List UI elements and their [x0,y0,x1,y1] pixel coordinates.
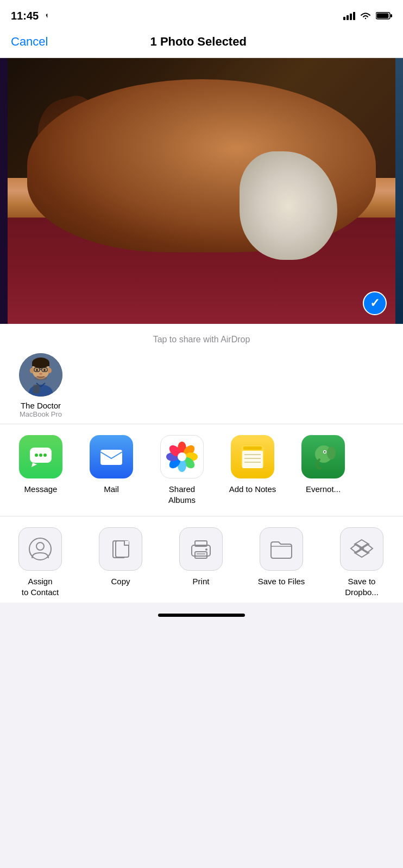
photos-icon [160,435,204,478]
svg-rect-37 [243,446,262,450]
time-display: 11:45 [11,10,39,22]
svg-point-19 [34,376,47,380]
evernote-icon [301,435,345,478]
save-files-icon [260,527,303,571]
share-message[interactable]: Message [5,435,76,505]
dog-photo [8,58,395,324]
action-save-files[interactable]: Save to Files [241,527,322,597]
svg-rect-21 [33,385,40,393]
notes-icon-svg [238,442,267,471]
svg-rect-5 [377,14,389,18]
svg-point-24 [39,454,42,457]
svg-point-43 [327,446,336,459]
nav-bar: Cancel 1 Photo Selected [0,29,403,58]
share-evernote[interactable]: Evernot... [288,435,358,505]
nav-title: 1 Photo Selected [150,35,247,49]
svg-point-47 [36,542,44,550]
copy-icon-svg [108,537,133,561]
svg-point-9 [30,368,34,373]
airdrop-person-device: MacBook Pro [20,410,62,418]
shared-albums-label: SharedAlbums [168,484,196,505]
wifi-icon [360,11,371,20]
svg-rect-1 [347,15,349,20]
location-icon [41,12,49,20]
status-icons [343,11,392,20]
dropbox-icon-svg [349,537,374,561]
action-assign-contact[interactable]: Assignto Contact [0,527,80,597]
assign-contact-icon [18,527,62,571]
airdrop-section: Tap to share with AirDrop [0,324,403,424]
svg-rect-26 [100,450,122,465]
airdrop-label: Tap to share with AirDrop [11,335,392,344]
add-to-notes-label: Add to Notes [229,484,276,495]
print-label: Print [193,576,210,587]
svg-point-18 [39,373,42,375]
share-shared-albums[interactable]: SharedAlbums [147,435,217,505]
battery-icon [376,11,392,20]
actions-row: Assignto Contact Copy [0,516,403,603]
photo-side-right [395,58,403,324]
dropbox-icon [340,527,383,571]
svg-point-10 [47,368,52,373]
svg-rect-3 [353,12,355,20]
svg-point-17 [43,369,46,371]
cancel-button[interactable]: Cancel [11,35,48,49]
home-indicator [0,603,403,624]
mail-label: Mail [104,484,119,495]
mail-icon-svg [98,443,125,470]
share-add-to-notes[interactable]: Add to Notes [217,435,288,505]
selected-checkmark [363,291,387,315]
message-icon [19,435,62,478]
action-save-dropbox[interactable]: Save toDropbo... [322,527,402,597]
save-to-files-label: Save to Files [258,576,305,587]
save-files-icon-svg [269,537,294,561]
message-icon-svg [27,443,54,470]
svg-point-35 [178,452,186,461]
airdrop-avatar [19,353,62,397]
action-print[interactable]: Print [161,527,241,597]
print-icon-svg [188,537,213,561]
photo-main[interactable] [8,58,395,324]
svg-point-16 [36,369,38,371]
svg-rect-38 [242,451,263,468]
share-sheet: Tap to share with AirDrop [0,324,403,624]
status-bar: 11:45 [0,0,403,29]
evernote-label: Evernot... [306,484,341,495]
signal-icon [343,11,355,20]
svg-point-25 [43,454,47,457]
notes-icon [231,435,274,478]
svg-point-45 [324,451,326,453]
photos-icon-svg [166,441,198,473]
home-bar [158,614,245,617]
mail-icon [90,435,133,478]
action-copy[interactable]: Copy [80,527,161,597]
photo-strip [0,58,403,324]
svg-rect-6 [391,14,392,17]
svg-point-54 [205,548,207,551]
copy-label: Copy [111,576,130,587]
assign-contact-label: Assignto Contact [22,576,59,597]
share-mail[interactable]: Mail [76,435,147,505]
photo-side-left [0,58,8,324]
svg-rect-0 [343,17,345,20]
svg-point-23 [35,454,38,457]
app-share-row: Message Mail [0,424,403,516]
svg-rect-51 [195,552,207,558]
status-time: 11:45 [11,10,49,22]
copy-icon [99,527,142,571]
save-to-dropbox-label: Save toDropbo... [345,576,379,597]
airdrop-person[interactable]: The Doctor MacBook Pro [11,353,71,418]
svg-rect-12 [32,363,49,366]
svg-rect-2 [350,14,352,20]
person-avatar-svg [19,353,62,397]
airdrop-person-name: The Doctor [21,401,61,410]
message-label: Message [24,484,58,495]
assign-contact-icon-svg [28,537,53,561]
print-icon [179,527,223,571]
evernote-icon-svg [308,442,338,471]
